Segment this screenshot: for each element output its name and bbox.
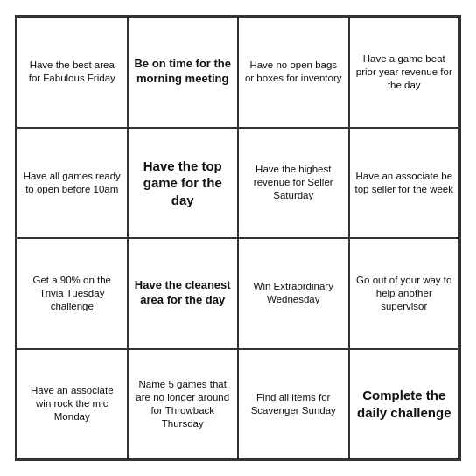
bingo-cell-3: Have a game beat prior year revenue for … (349, 17, 460, 128)
bingo-cell-8: Get a 90% on the Trivia Tuesday challeng… (17, 238, 128, 349)
bingo-cell-11: Go out of your way to help another super… (349, 238, 460, 349)
bingo-cell-0: Have the best area for Fabulous Friday (17, 17, 128, 128)
bingo-cell-1: Be on time for the morning meeting (128, 17, 239, 128)
bingo-cell-10: Win Extraordinary Wednesday (238, 238, 349, 349)
bingo-cell-6: Have the highest revenue for Seller Satu… (238, 128, 349, 239)
bingo-cell-15: Complete the daily challenge (349, 349, 460, 460)
bingo-board: Have the best area for Fabulous FridayBe… (15, 15, 461, 461)
bingo-cell-13: Name 5 games that are no longer around f… (128, 349, 239, 460)
bingo-cell-5: Have the top game for the day (128, 128, 239, 239)
bingo-cell-12: Have an associate win rock the mic Monda… (17, 349, 128, 460)
bingo-cell-14: Find all items for Scavenger Sunday (238, 349, 349, 460)
bingo-cell-4: Have all games ready to open before 10am (17, 128, 128, 239)
bingo-cell-7: Have an associate be top seller for the … (349, 128, 460, 239)
bingo-cell-2: Have no open bags or boxes for inventory (238, 17, 349, 128)
bingo-cell-9: Have the cleanest area for the day (128, 238, 239, 349)
